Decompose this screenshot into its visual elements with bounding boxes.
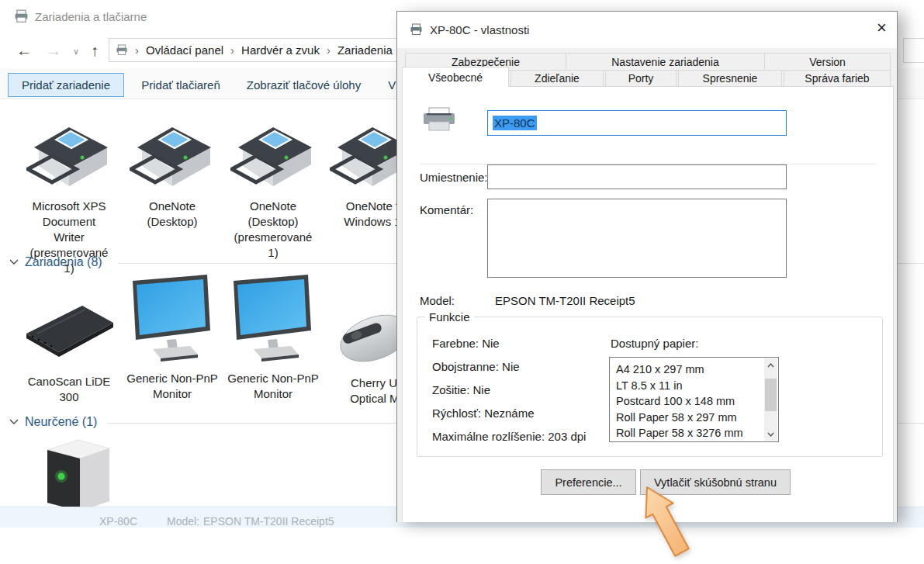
dialog-title: XP-80C - vlastnosti (430, 23, 529, 36)
monitor-icon (123, 273, 221, 363)
breadcrumb-devices[interactable]: Zariadenia (337, 43, 393, 57)
paper-item[interactable]: LT 8.5 x 11 in (610, 378, 764, 394)
feature-color: Farebne: Nie (432, 337, 500, 350)
screenshot-stage: Zariadenia a tlačiarne ← → ∨ ↑ › Ovládac… (0, 0, 924, 564)
feature-duplex: Obojstranne: Nie (432, 360, 520, 373)
location-label: Umiestnenie: (420, 171, 488, 184)
paper-label: Dostupný papier: (611, 337, 698, 350)
breadcrumb-hardware-sound[interactable]: Hardvér a zvuk (241, 43, 320, 57)
selected-text: XP-80C (493, 116, 537, 130)
scroll-up-icon[interactable] (764, 358, 777, 372)
paper-scrollbar[interactable] (764, 358, 777, 441)
tab-advanced[interactable]: Spresnenie (678, 70, 782, 87)
feature-speed: Rýchlosť: Neznáme (432, 407, 535, 420)
breadcrumb-separator-icon: › (135, 43, 139, 57)
tab-general[interactable]: Všeobecné (402, 67, 509, 87)
forward-button[interactable]: → (46, 43, 61, 58)
breadcrumb-separator-icon: › (327, 43, 330, 57)
breadcrumb-control-panel[interactable]: Ovládací panel (146, 43, 223, 57)
comment-textarea[interactable] (487, 199, 787, 278)
breadcrumb-printer-icon (116, 44, 128, 56)
close-icon[interactable]: × (877, 19, 887, 36)
feature-staple: Zošitie: Nie (432, 383, 490, 396)
device-tile-canoscan[interactable]: CanoScan LiDE 300 (19, 287, 119, 405)
printer-icon (130, 123, 215, 194)
printer-tile-xps-writer[interactable]: Microsoft XPS Document Writer (presmerov… (26, 123, 112, 276)
section-header-devices[interactable]: Zariadenia (8) (25, 255, 102, 269)
device-tile-monitor-2[interactable]: Generic Non-PnP Monitor (223, 273, 323, 402)
annotation-arrow (630, 483, 701, 563)
scroll-down-icon[interactable] (764, 427, 777, 441)
tab-device-settings[interactable]: Nastavenie zariadenia (566, 53, 765, 71)
printer-tile-onenote-redirected[interactable]: OneNote (Desktop) (presmerované 1) (230, 123, 317, 261)
window-printer-icon (14, 9, 29, 23)
back-button[interactable]: ← (16, 43, 32, 58)
printer-name-input[interactable]: XP-80C (487, 110, 787, 136)
section-collapse-chevron-icon[interactable] (9, 258, 19, 265)
tab-color-management[interactable]: Správa farieb (784, 70, 891, 87)
model-value: EPSON TM-T20II Receipt5 (495, 294, 635, 307)
paper-listbox[interactable]: A4 210 x 297 mm LT 8.5 x 11 in Postcard … (609, 357, 779, 442)
tab-sharing[interactable]: Zdieľanie (510, 70, 604, 87)
details-model-value: EPSON TM-T20II Receipt5 (203, 515, 334, 528)
device-label: Generic Non-PnP Monitor (223, 371, 323, 402)
device-tile-monitor-1[interactable]: Generic Non-PnP Monitor (123, 273, 222, 402)
scanner-icon (20, 287, 118, 368)
details-model-label: Model: (167, 515, 199, 528)
dialog-printer-icon (410, 23, 423, 36)
printer-icon (26, 123, 112, 194)
monitor-icon (224, 273, 322, 363)
printer-tile-onenote[interactable]: OneNote (Desktop) (129, 123, 216, 230)
device-label: CanoScan LiDE 300 (19, 374, 119, 405)
up-button[interactable]: ↑ (91, 43, 99, 58)
details-device-name: XP-80C (99, 515, 137, 528)
paper-item[interactable]: A4 210 x 297 mm (610, 362, 764, 378)
comment-label: Komentár: (420, 203, 473, 216)
recent-pages-dropdown[interactable]: ∨ (73, 47, 79, 56)
printer-properties-dialog: XP-80C - vlastnosti × Zabezpečenie Nasta… (396, 11, 898, 522)
window-title: Zariadenia a tlačiarne (35, 10, 147, 23)
toolbar-add-printer[interactable]: Pridať tlačiareň (130, 73, 231, 97)
features-legend: Funkcie (425, 310, 474, 324)
preferences-button[interactable]: Preferencie... (541, 469, 636, 495)
paper-item[interactable]: Roll Paper 58 x 3276 mm (610, 425, 764, 441)
breadcrumb-separator-icon: › (230, 43, 234, 57)
tab-version[interactable]: Version (764, 53, 891, 71)
printer-icon (422, 106, 456, 134)
model-label: Model: (420, 294, 455, 307)
toolbar-add-device[interactable]: Pridať zariadenie (8, 73, 124, 97)
paper-item[interactable]: Roll Paper 58 x 297 mm (610, 410, 764, 426)
toolbar-view-print-jobs[interactable]: Zobraziť tlačové úlohy (241, 73, 367, 97)
location-input[interactable] (487, 164, 787, 189)
search-box-fragment[interactable] (903, 38, 924, 63)
device-label: Generic Non-PnP Monitor (123, 371, 222, 402)
printer-icon (230, 123, 316, 194)
section-header-unspecified[interactable]: Neurčené (1) (25, 415, 97, 429)
printer-label: OneNote (Desktop) (presmerované 1) (230, 199, 317, 261)
feature-resolution: Maximálne rozlíšenie: 203 dpi (432, 430, 586, 443)
paper-item[interactable]: Postcard 100 x 148 mm (610, 393, 764, 410)
scrollbar-thumb[interactable] (765, 379, 777, 411)
tab-ports[interactable]: Porty (605, 70, 677, 87)
section-collapse-chevron-icon[interactable] (9, 418, 19, 425)
printer-label: OneNote (Desktop) (129, 199, 216, 230)
